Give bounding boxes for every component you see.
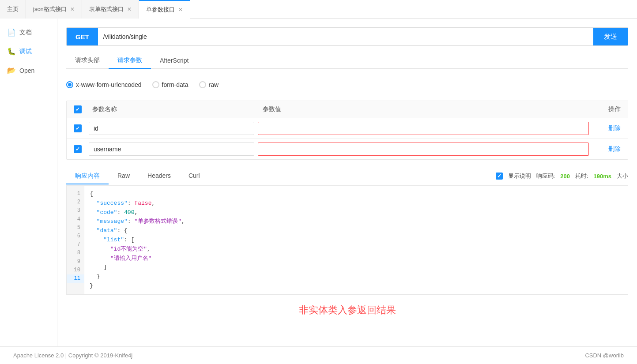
tab-request-header[interactable]: 请求头部: [66, 53, 109, 68]
code-line-9: ]: [90, 263, 622, 272]
line-num-8: 8: [67, 249, 84, 257]
row1-name-col: [89, 122, 258, 135]
footer: Apache License 2.0 | Copyright © 2019-Kn…: [0, 346, 637, 364]
status-code-value: 200: [560, 173, 570, 180]
line-num-2: 2: [67, 198, 84, 206]
params-table: 参数名称 参数值 操作 删除: [66, 101, 628, 160]
table-row: 删除: [67, 139, 628, 159]
main-layout: 📄 文档 🐛 调试 📂 Open GET 发送 请求头部 请求参数: [0, 19, 637, 346]
resp-tab-curl[interactable]: Curl: [180, 169, 209, 184]
tab-json-api[interactable]: json格式接口 ✕: [26, 0, 82, 19]
response-meta: 显示说明 响应码: 200 耗时: 190ms 大小: [496, 172, 628, 180]
resp-tab-raw[interactable]: Raw: [109, 169, 139, 184]
tab-single-api[interactable]: 单参数接口 ✕: [139, 0, 190, 19]
header-name-col: 参数名称: [89, 105, 259, 113]
line-numbers: 1 2 3 4 5 6 7 8 9 10 11: [67, 186, 84, 294]
code-line-3: "code": 400,: [90, 208, 622, 218]
size-label: 大小: [617, 172, 628, 180]
open-icon: 📂: [7, 66, 16, 75]
show-desc-label: 显示说明: [508, 172, 531, 180]
row2-delete-button[interactable]: 删除: [608, 145, 621, 153]
table-row: 删除: [67, 118, 628, 139]
debug-icon: 🐛: [7, 47, 16, 56]
header-value-col: 参数值: [259, 105, 592, 113]
time-label: 耗时:: [575, 172, 588, 180]
row2-name-col: [89, 143, 258, 156]
content-area: GET 发送 请求头部 请求参数 AfterScript x-www-form-…: [57, 19, 637, 346]
tab-json-api-close[interactable]: ✕: [70, 6, 75, 12]
sidebar-item-debug[interactable]: 🐛 调试: [0, 42, 57, 61]
tab-form-api[interactable]: 表单格式接口 ✕: [82, 0, 139, 19]
tab-single-api-close[interactable]: ✕: [178, 7, 183, 13]
send-button[interactable]: 发送: [593, 28, 628, 45]
line-num-3: 3: [67, 206, 84, 215]
tab-single-api-label: 单参数接口: [146, 6, 175, 14]
row1-check-col: [67, 124, 89, 132]
tab-form-api-label: 表单格式接口: [89, 5, 124, 13]
response-tabs-left: 响应内容 Raw Headers Curl: [66, 169, 209, 184]
docs-icon: 📄: [7, 28, 16, 37]
line-num-7: 7: [67, 240, 84, 249]
code-line-11: }: [90, 281, 622, 291]
bottom-label: 非实体类入参返回结果: [66, 295, 628, 326]
code-line-5: "data": {: [90, 226, 622, 236]
radio-urlencoded-circle: [66, 81, 73, 88]
code-line-4: "message": "单参数格式错误",: [90, 217, 622, 226]
radio-urlencoded[interactable]: x-www-form-urlencoded: [66, 81, 142, 88]
sidebar-item-debug-label: 调试: [19, 48, 32, 56]
row2-checkbox[interactable]: [74, 145, 82, 153]
code-line-2: "success": false,: [90, 199, 622, 208]
tab-home-label: 主页: [7, 5, 19, 13]
radio-raw[interactable]: raw: [199, 81, 219, 88]
tab-form-api-close[interactable]: ✕: [127, 6, 132, 12]
row1-action-col: 删除: [592, 124, 628, 132]
sidebar: 📄 文档 🐛 调试 📂 Open: [0, 19, 57, 346]
code-line-7: "id不能为空",: [90, 245, 622, 254]
select-all-checkbox[interactable]: [74, 105, 82, 113]
tab-afterscript[interactable]: AfterScript: [151, 53, 197, 68]
sidebar-item-docs[interactable]: 📄 文档: [0, 23, 57, 42]
radio-formdata-circle: [152, 81, 159, 88]
url-input[interactable]: [98, 28, 593, 45]
row1-value-col: [258, 122, 592, 135]
row2-value-input[interactable]: [258, 143, 589, 156]
show-desc-checkbox[interactable]: [496, 173, 503, 180]
request-tabs: 请求头部 请求参数 AfterScript: [66, 53, 628, 69]
row1-delete-button[interactable]: 删除: [608, 124, 621, 132]
response-code-view: 1 2 3 4 5 6 7 8 9 10 11 { "success": fal…: [66, 186, 628, 295]
method-badge: GET: [67, 28, 98, 45]
sidebar-item-open-label: Open: [19, 67, 34, 74]
time-value: 190ms: [594, 173, 611, 180]
tab-bar: 主页 json格式接口 ✕ 表单格式接口 ✕ 单参数接口 ✕: [0, 0, 637, 19]
row2-name-input[interactable]: [89, 143, 254, 156]
line-num-1: 1: [67, 190, 84, 198]
row2-action-col: 删除: [592, 145, 628, 153]
code-content: { "success": false, "code": 400, "messag…: [84, 186, 628, 294]
tab-json-api-label: json格式接口: [33, 5, 67, 13]
footer-credit: CSDN @worilb: [585, 352, 624, 359]
tab-home[interactable]: 主页: [0, 0, 26, 19]
row2-value-col: [258, 143, 592, 156]
resp-tab-headers[interactable]: Headers: [139, 169, 180, 184]
code-line-1: {: [90, 190, 622, 199]
line-num-9: 9: [67, 258, 84, 266]
radio-formdata[interactable]: form-data: [152, 81, 188, 88]
row1-name-input[interactable]: [89, 122, 254, 135]
tab-request-params[interactable]: 请求参数: [109, 53, 151, 68]
content-type-radio-group: x-www-form-urlencoded form-data raw: [66, 76, 628, 94]
code-line-8: "请输入用户名": [90, 254, 622, 263]
line-num-6: 6: [67, 232, 84, 240]
radio-raw-label: raw: [209, 81, 219, 88]
footer-license: Apache License 2.0 | Copyright © 2019-Kn…: [13, 352, 132, 359]
sidebar-item-open[interactable]: 📂 Open: [0, 61, 57, 80]
line-num-11: 11: [67, 274, 84, 283]
code-line-10: }: [90, 272, 622, 281]
row1-checkbox[interactable]: [74, 124, 82, 132]
response-tab-bar: 响应内容 Raw Headers Curl 显示说明 响应码:: [66, 167, 628, 186]
radio-raw-circle: [199, 81, 206, 88]
radio-urlencoded-label: x-www-form-urlencoded: [76, 81, 142, 88]
row2-check-col: [67, 145, 89, 153]
line-num-10: 10: [67, 266, 84, 274]
row1-value-input[interactable]: [258, 122, 589, 135]
resp-tab-content[interactable]: 响应内容: [66, 169, 109, 184]
